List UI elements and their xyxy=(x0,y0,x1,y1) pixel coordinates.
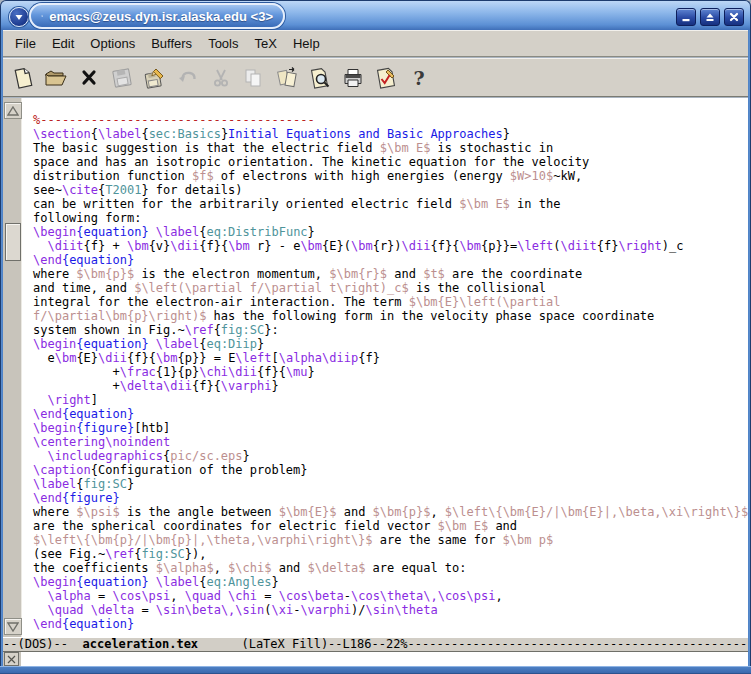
code-line: \begin{equation} \label{eq:DistribFunc} xyxy=(33,225,748,239)
menu-item-tools[interactable]: Tools xyxy=(200,32,246,55)
code-line: the coefficients $\alpha$, $\chi$ and $\… xyxy=(33,561,748,575)
code-line: \begin{figure}[htb] xyxy=(33,421,748,435)
paste-icon xyxy=(275,66,299,90)
window-border-bottom xyxy=(0,666,751,674)
code-line: are the spherical coordinates for electr… xyxy=(33,519,748,533)
code-line: e\bm{E}\dii{f}{\bm{p}} = E\left[\alpha\d… xyxy=(33,351,748,365)
minimize-button[interactable] xyxy=(676,8,696,26)
code-line: \end{figure} xyxy=(33,491,748,505)
menu-bar: FileEditOptionsBuffersToolsTeXHelp xyxy=(3,30,748,57)
chevron-down-icon xyxy=(13,11,25,23)
scroll-up-button[interactable] xyxy=(4,102,22,119)
open-file-button[interactable] xyxy=(43,65,69,91)
mode-line: --(DOS)-- acceleration.tex (LaTeX Fill)-… xyxy=(3,637,748,652)
title-pill[interactable]: emacs@zeus.dyn.isr.alaska.edu <3> xyxy=(29,3,285,29)
print-button[interactable] xyxy=(340,65,366,91)
modeline-info: (LaTeX Fill)--L186--22% xyxy=(198,637,408,651)
search-button[interactable] xyxy=(307,65,333,91)
save-as-button[interactable] xyxy=(142,65,168,91)
open-file-icon xyxy=(44,66,68,90)
window-menu-button[interactable] xyxy=(9,7,29,27)
cross-icon xyxy=(7,655,16,664)
code-line: $\left\{\bm{p}/|\bm{p}|,\theta,\varphi\r… xyxy=(33,533,748,547)
code-line: \quad \delta = \sin\beta\,\sin(\xi-\varp… xyxy=(33,603,748,617)
menu-item-buffers[interactable]: Buffers xyxy=(143,32,200,55)
code-line: where $\psi$ is the angle between $\bm{E… xyxy=(33,505,748,519)
minibuffer-scrollbar-stub xyxy=(3,652,21,666)
code-line: \end{equation} xyxy=(33,617,748,631)
code-line: \begin{equation} \label{eq:Angles} xyxy=(33,575,748,589)
svg-text:?: ? xyxy=(413,66,424,88)
code-line: \begin{equation} \label{eq:Diip} xyxy=(33,337,748,351)
code-line: +\frac{1}{p}\chi\dii{f}{\mu} xyxy=(33,365,748,379)
titlebar[interactable]: emacs@zeus.dyn.isr.alaska.edu <3> xyxy=(0,0,751,30)
code-line: and time, and $\left(\partial f/\partial… xyxy=(33,281,748,295)
preferences-icon xyxy=(374,66,398,90)
editor-area: %--------------------------------------\… xyxy=(3,98,748,666)
minimize-icon xyxy=(680,11,692,23)
copy-icon xyxy=(242,66,266,90)
save-icon xyxy=(110,66,134,90)
print-icon xyxy=(341,66,365,90)
code-line: following form: xyxy=(33,211,748,225)
code-line: \section{\label{sec:Basics}Initial Equat… xyxy=(33,127,748,141)
menu-item-tex[interactable]: TeX xyxy=(246,32,284,55)
maximize-icon xyxy=(704,11,716,23)
code-line: where $\bm{p}$ is the electron momentum,… xyxy=(33,267,748,281)
cut-button xyxy=(208,65,234,91)
modeline-filename: acceleration.tex xyxy=(82,637,198,651)
code-line: \includegraphics{pic/sc.eps} xyxy=(33,449,748,463)
kill-buffer-icon xyxy=(77,66,101,90)
code-line: \centering\noindent xyxy=(33,435,748,449)
menu-item-help[interactable]: Help xyxy=(285,32,328,55)
code-line: \end{equation} xyxy=(33,407,748,421)
code-line: +\delta\dii{f}{\varphi} xyxy=(33,379,748,393)
copy-button xyxy=(241,65,267,91)
emacs-gnu-icon xyxy=(41,7,43,25)
code-line: The basic suggestion is that the electri… xyxy=(33,141,748,155)
window-title: emacs@zeus.dyn.isr.alaska.edu <3> xyxy=(49,9,273,24)
modeline-prefix: --(DOS)-- xyxy=(3,637,82,651)
vertical-scrollbar[interactable] xyxy=(3,98,22,637)
paste-button[interactable] xyxy=(274,65,300,91)
kill-buffer-button[interactable] xyxy=(76,65,102,91)
scroll-down-button[interactable] xyxy=(4,618,22,635)
code-line: space and has an isotropic orientation. … xyxy=(33,155,748,169)
code-line: (see Fig.~\ref{fig:SC}), xyxy=(33,547,748,561)
code-line: %-------------------------------------- xyxy=(33,113,748,127)
code-line: f/\partial\bm{p}\right)$ has the followi… xyxy=(33,309,748,323)
modeline-fill: ----------------------------------------… xyxy=(408,637,748,651)
close-icon xyxy=(728,11,740,23)
code-line: integral for the electron-air interactio… xyxy=(33,295,748,309)
menu-item-file[interactable]: File xyxy=(7,32,44,55)
buffer-text[interactable]: %--------------------------------------\… xyxy=(22,98,748,637)
help-icon: ? xyxy=(407,66,431,90)
help-button[interactable]: ? xyxy=(406,65,432,91)
menu-item-edit[interactable]: Edit xyxy=(44,32,82,55)
code-line: \end{equation} xyxy=(33,253,748,267)
code-line: distribution function $f$ of electrons w… xyxy=(33,169,748,183)
preferences-button[interactable] xyxy=(373,65,399,91)
window-controls xyxy=(676,8,744,26)
tool-bar: ? xyxy=(3,58,748,97)
close-button[interactable] xyxy=(724,8,744,26)
code-line: see~\cite{T2001} for details) xyxy=(33,183,748,197)
minibuffer[interactable] xyxy=(3,652,748,666)
undo-button xyxy=(175,65,201,91)
undo-icon xyxy=(176,66,200,90)
scrollbar-thumb[interactable] xyxy=(5,223,21,261)
search-icon xyxy=(308,66,332,90)
maximize-button[interactable] xyxy=(700,8,720,26)
code-line: \right] xyxy=(33,393,748,407)
cut-icon xyxy=(209,66,233,90)
arrow-down-icon xyxy=(7,622,19,632)
code-line: can be written for the arbitrarily orien… xyxy=(33,197,748,211)
arrow-up-icon xyxy=(7,106,19,116)
code-line: \caption{Configuration of the problem} xyxy=(33,463,748,477)
new-file-button[interactable] xyxy=(10,65,36,91)
code-line: \label{fig:SC} xyxy=(33,477,748,491)
new-file-icon xyxy=(11,66,35,90)
code-line: \diit{f} + \bm{v}\dii{f}{\bm r} - e\bm{E… xyxy=(33,239,748,253)
save-as-icon xyxy=(143,66,167,90)
menu-item-options[interactable]: Options xyxy=(82,32,143,55)
